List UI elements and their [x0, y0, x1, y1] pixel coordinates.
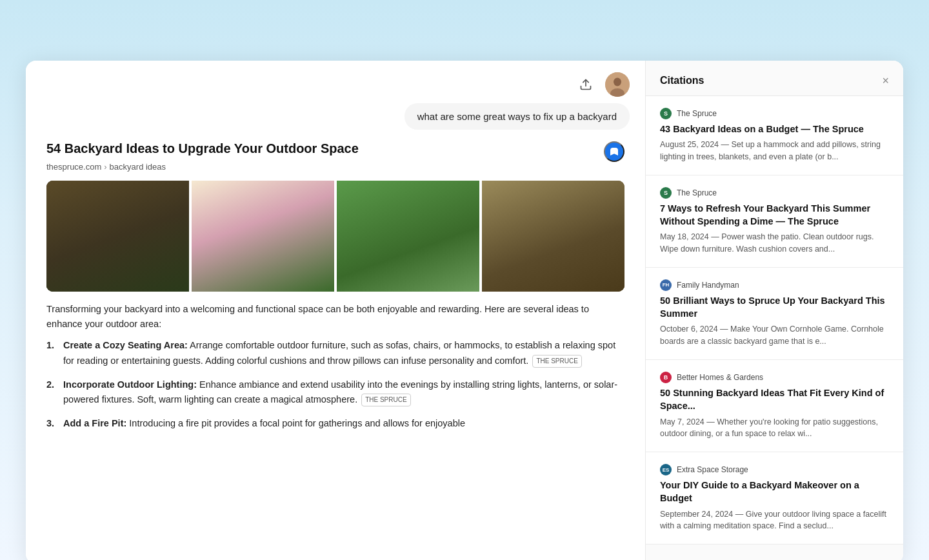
svg-point-2 [614, 78, 621, 86]
citation-desc: August 25, 2024 — Set up a hammock and a… [660, 139, 889, 163]
source-path: backyard ideas [110, 162, 166, 172]
svg-rect-8 [137, 201, 182, 276]
citation-item-5[interactable]: ES Extra Space Storage Your DIY Guide to… [646, 452, 903, 545]
bookmark-button[interactable] [604, 141, 624, 162]
source-name: The Spruce [677, 109, 717, 118]
citation-desc: October 6, 2024 — Make Your Own Cornhole… [660, 323, 889, 348]
item-num: 3. [46, 416, 58, 431]
answer-source[interactable]: thespruce.com › backyard ideas [46, 162, 624, 172]
citation-source-row: B Better Homes & Gardens [660, 372, 889, 383]
svg-point-9 [57, 183, 80, 205]
item-text: Incorporate Outdoor Lighting: Enhance am… [63, 377, 624, 407]
list-item: 1. Create a Cozy Seating Area: Arrange c… [46, 338, 624, 368]
right-panel: Citations × S The Spruce 43 Backyard Ide… [645, 61, 903, 560]
svg-rect-6 [54, 209, 85, 269]
source-domain: thespruce.com [46, 162, 101, 172]
citation-source-row: FH Family Handyman [660, 279, 889, 291]
source-name: The Spruce [677, 188, 717, 197]
source-favicon: B [660, 372, 672, 383]
source-favicon: S [660, 108, 672, 119]
answer-list: 1. Create a Cozy Seating Area: Arrange c… [46, 338, 624, 431]
svg-point-10 [159, 181, 174, 194]
svg-point-14 [233, 269, 293, 292]
source-name: Extra Space Storage [677, 465, 748, 474]
item-num: 1. [46, 338, 58, 368]
svg-rect-4 [46, 181, 189, 292]
citation-title: 43 Backyard Ideas on a Budget — The Spru… [660, 123, 889, 135]
breadcrumb-arrow: › [104, 162, 106, 172]
backyard-image-1 [46, 181, 189, 292]
user-message: what are some great ways to fix up a bac… [405, 103, 630, 130]
close-citations-button[interactable]: × [882, 75, 889, 86]
citation-desc: September 24, 2024 — Give your outdoor l… [660, 508, 889, 533]
svg-point-28 [521, 210, 533, 223]
svg-rect-18 [337, 246, 479, 292]
source-favicon: S [660, 187, 672, 199]
backyard-image-4 [482, 181, 624, 292]
svg-rect-11 [192, 181, 334, 292]
backyard-image-3 [337, 181, 479, 292]
top-bar [26, 61, 645, 103]
answer-intro: Transforming your backyard into a welcom… [46, 302, 624, 332]
source-name: Family Handyman [677, 281, 739, 290]
avatar[interactable] [605, 72, 630, 97]
main-container: what are some great ways to fix up a bac… [26, 61, 903, 560]
source-tag: THE SPRUCE [532, 355, 581, 368]
left-panel: what are some great ways to fix up a bac… [26, 61, 645, 560]
citation-title: 50 Stunning Backyard Ideas That Fit Ever… [660, 386, 889, 413]
citation-desc: May 7, 2024 — Whether you're looking for… [660, 416, 889, 441]
citation-title: Your DIY Guide to a Backyard Makeover on… [660, 479, 889, 505]
item-bold: Incorporate Outdoor Lighting: [63, 379, 197, 390]
svg-rect-5 [46, 232, 189, 292]
svg-rect-23 [482, 181, 624, 292]
source-name: Better Homes & Gardens [677, 373, 763, 382]
svg-rect-13 [214, 186, 312, 277]
svg-rect-25 [497, 201, 542, 261]
svg-point-27 [583, 221, 606, 243]
svg-rect-20 [359, 217, 397, 247]
item-text: Add a Fire Pit: Introducing a fire pit p… [63, 416, 465, 431]
image-row [46, 181, 624, 292]
citation-source-row: ES Extra Space Storage [660, 464, 889, 475]
svg-point-22 [393, 181, 423, 201]
backyard-image-2 [192, 181, 334, 292]
item-num: 2. [46, 377, 58, 407]
list-item: 3. Add a Fire Pit: Introducing a fire pi… [46, 416, 624, 431]
svg-point-15 [199, 268, 230, 286]
item-bold: Add a Fire Pit: [63, 418, 126, 428]
item-body: Introducing a fire pit provides a focal … [126, 418, 465, 428]
item-bold: Create a Cozy Seating Area: [63, 340, 188, 350]
citation-desc: May 18, 2024 — Power wash the patio. Cle… [660, 231, 889, 255]
svg-rect-17 [337, 181, 479, 292]
citations-header: Citations × [646, 61, 903, 96]
svg-rect-7 [92, 217, 129, 269]
svg-rect-19 [352, 209, 464, 269]
citations-title: Citations [660, 75, 704, 86]
citation-item-4[interactable]: B Better Homes & Gardens 50 Stunning Bac… [646, 360, 903, 452]
answer-section: 54 Backyard Ideas to Upgrade Your Outdoo… [26, 141, 645, 455]
list-item: 2. Incorporate Outdoor Lighting: Enhance… [46, 377, 624, 407]
source-favicon: ES [660, 464, 672, 475]
answer-title: 54 Backyard Ideas to Upgrade Your Outdoo… [46, 141, 359, 156]
citation-title: 50 Brilliant Ways to Spruce Up Your Back… [660, 294, 889, 321]
item-text: Create a Cozy Seating Area: Arrange comf… [63, 338, 624, 368]
upload-button[interactable] [574, 73, 597, 96]
citation-item-3[interactable]: FH Family Handyman 50 Brilliant Ways to … [646, 268, 903, 360]
user-message-wrap: what are some great ways to fix up a bac… [26, 103, 645, 141]
citation-title: 7 Ways to Refresh Your Backyard This Sum… [660, 202, 889, 228]
svg-rect-21 [405, 217, 457, 247]
source-favicon: FH [660, 279, 672, 291]
citation-item-2[interactable]: S The Spruce 7 Ways to Refresh Your Back… [646, 175, 903, 268]
source-tag: THE SPRUCE [361, 394, 410, 406]
svg-rect-12 [192, 239, 334, 292]
citation-source-row: S The Spruce [660, 187, 889, 199]
svg-rect-16 [237, 217, 289, 254]
svg-rect-26 [557, 209, 609, 261]
citation-item-1[interactable]: S The Spruce 43 Backyard Ideas on a Budg… [646, 96, 903, 175]
citation-source-row: S The Spruce [660, 108, 889, 119]
svg-rect-24 [482, 239, 624, 292]
